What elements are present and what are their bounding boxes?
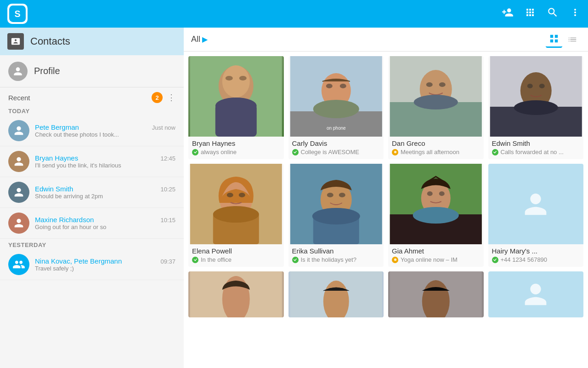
contact-photo-row3-3 bbox=[388, 271, 484, 317]
svg-point-20 bbox=[439, 82, 446, 87]
filter-label: All bbox=[191, 34, 200, 44]
contact-name-bryan: Bryan Haynes bbox=[192, 139, 280, 147]
chat-list-yesterday: Nina Kovac, Pete Bergmann 09:37 Travel s… bbox=[0, 249, 184, 280]
contact-photo-placeholder-row3-4 bbox=[488, 271, 584, 317]
content-area: All ▶ bbox=[184, 28, 588, 368]
profile-avatar bbox=[8, 62, 28, 81]
filter-select-wrapper[interactable]: All ▶ bbox=[191, 34, 208, 44]
apps-grid-icon[interactable] bbox=[525, 7, 536, 21]
status-dot-gia bbox=[392, 257, 398, 263]
svg-text:S: S bbox=[14, 9, 20, 19]
main-container: Contacts Profile Recent 2 ⋮ TODAY bbox=[0, 28, 588, 368]
svg-point-6 bbox=[215, 98, 257, 114]
chat-info-nina: Nina Kovac, Pete Bergmann 09:37 Travel s… bbox=[35, 257, 175, 272]
svg-point-47 bbox=[394, 259, 396, 261]
contact-status-gia: Yoga online now – IM bbox=[392, 256, 480, 263]
contact-info-elena: Elena Powell In the office bbox=[188, 244, 284, 267]
contact-status-edwin: Calls forwarded at no ... bbox=[492, 149, 580, 155]
search-icon[interactable] bbox=[547, 6, 559, 21]
chat-name-edwin: Edwin Smith bbox=[35, 185, 73, 193]
contact-status-elena: In the office bbox=[192, 256, 280, 263]
contact-card-row3-2[interactable] bbox=[288, 271, 384, 317]
chat-time-bryan: 12:45 bbox=[160, 155, 175, 162]
contact-status-mary: +44 1234 567890 bbox=[492, 256, 580, 263]
contact-card-gia[interactable]: Gia Ahmet Yoga online now – IM bbox=[388, 164, 484, 267]
contact-card-elena[interactable]: Elena Powell In the office bbox=[188, 164, 284, 267]
contact-photo-elena bbox=[188, 164, 284, 244]
contact-status-dan: Meetings all afternoon bbox=[392, 149, 480, 155]
status-dot-bryan bbox=[192, 149, 198, 155]
today-label: TODAY bbox=[0, 105, 184, 115]
chat-name-row-maxine: Maxine Richardson 10:15 bbox=[35, 216, 175, 224]
svg-point-45 bbox=[439, 191, 445, 196]
contact-card-row3-3[interactable] bbox=[388, 271, 484, 317]
chat-name-row-edwin: Edwin Smith 10:25 bbox=[35, 185, 175, 193]
chat-item-nina-group[interactable]: Nina Kovac, Pete Bergmann 09:37 Travel s… bbox=[0, 249, 184, 280]
chat-item-bryan-haynes[interactable]: Bryan Haynes 12:45 I'll send you the lin… bbox=[0, 146, 184, 177]
svg-text:on phone: on phone bbox=[326, 126, 345, 131]
chat-time-nina: 09:37 bbox=[160, 258, 175, 265]
grid-view-button[interactable] bbox=[546, 31, 562, 48]
chat-item-maxine[interactable]: Maxine Richardson 10:15 Going out for an… bbox=[0, 208, 184, 239]
chat-name-row-nina: Nina Kovac, Pete Bergmann 09:37 bbox=[35, 257, 175, 265]
status-text-elena: In the office bbox=[201, 256, 232, 263]
chat-preview-edwin: Should be arriving at 2pm bbox=[35, 193, 175, 200]
contact-photo-edwin bbox=[488, 56, 584, 137]
chat-avatar-pete bbox=[8, 120, 29, 141]
contact-card-carly[interactable]: on phone Carly Davis College is AWESOME bbox=[288, 56, 384, 159]
status-dot-elena bbox=[192, 257, 198, 263]
status-dot-edwin bbox=[492, 149, 498, 155]
svg-point-34 bbox=[213, 206, 259, 223]
contact-photo-carly: on phone bbox=[288, 56, 384, 137]
svg-point-26 bbox=[527, 84, 532, 88]
chat-item-pete-bergman[interactable]: Pete Bergman Just now Check out these ph… bbox=[0, 115, 184, 146]
contact-card-erika[interactable]: Erika Sullivan Is it the holidays yet? bbox=[288, 164, 384, 267]
contacts-header: Contacts bbox=[0, 28, 184, 55]
contact-card-edwin[interactable]: Edwin Smith Calls forwarded at no ... bbox=[488, 56, 584, 159]
contact-card-row3-1[interactable] bbox=[188, 271, 284, 317]
svg-point-13 bbox=[339, 84, 346, 88]
chat-avatar-edwin bbox=[8, 182, 29, 203]
contact-photo-dan bbox=[388, 56, 484, 137]
chat-info-maxine: Maxine Richardson 10:15 Going out for an… bbox=[35, 216, 175, 230]
contact-card-bryan[interactable]: Bryan Haynes always online bbox=[188, 56, 284, 159]
status-text-carly: College is AWESOME bbox=[301, 149, 359, 155]
contact-card-hairy-mary[interactable]: Hairy Mary's ... +44 1234 567890 bbox=[488, 164, 584, 267]
svg-point-12 bbox=[326, 84, 332, 88]
svg-point-44 bbox=[427, 191, 433, 196]
svg-point-37 bbox=[327, 193, 333, 197]
recent-more-icon[interactable]: ⋮ bbox=[167, 92, 175, 103]
profile-section[interactable]: Profile bbox=[0, 55, 184, 87]
status-text-bryan: always online bbox=[201, 149, 237, 155]
filter-arrow-icon: ▶ bbox=[202, 35, 208, 44]
yesterday-label: YESTERDAY bbox=[0, 239, 184, 249]
status-dot-erika bbox=[292, 257, 299, 263]
svg-point-27 bbox=[539, 84, 544, 88]
contact-info-bryan: Bryan Haynes always online bbox=[188, 137, 284, 159]
chat-name-bryan: Bryan Haynes bbox=[35, 154, 78, 162]
list-view-button[interactable] bbox=[564, 31, 581, 48]
contact-photo-bryan bbox=[188, 56, 284, 137]
more-vert-icon[interactable] bbox=[570, 7, 581, 21]
contact-name-elena: Elena Powell bbox=[192, 247, 280, 255]
chat-item-edwin-smith[interactable]: Edwin Smith 10:25 Should be arriving at … bbox=[0, 177, 184, 208]
svg-point-40 bbox=[312, 208, 360, 224]
contact-info-dan: Dan Greco Meetings all afternoon bbox=[388, 137, 484, 159]
view-toggle bbox=[546, 31, 581, 48]
chat-preview-maxine: Going out for an hour or so bbox=[35, 224, 175, 230]
contact-photo-row3-2 bbox=[288, 271, 384, 317]
contact-photo-gia bbox=[388, 164, 484, 244]
add-user-icon[interactable] bbox=[502, 6, 514, 21]
svg-point-31 bbox=[227, 193, 233, 197]
svg-point-32 bbox=[239, 193, 245, 197]
status-dot-carly bbox=[292, 149, 299, 155]
chat-name-nina: Nina Kovac, Pete Bergmann bbox=[35, 257, 122, 265]
chat-preview-pete: Check out these photos I took... bbox=[35, 131, 175, 138]
contact-card-row3-4[interactable] bbox=[488, 271, 584, 317]
recent-title: Recent bbox=[8, 94, 30, 102]
contact-info-erika: Erika Sullivan Is it the holidays yet? bbox=[288, 244, 384, 267]
recent-header-right: 2 ⋮ bbox=[152, 92, 175, 103]
chat-preview-bryan: I'll send you the link, it's hilarious bbox=[35, 162, 175, 169]
svg-point-46 bbox=[413, 207, 459, 224]
contact-card-dan[interactable]: Dan Greco Meetings all afternoon bbox=[388, 56, 484, 159]
